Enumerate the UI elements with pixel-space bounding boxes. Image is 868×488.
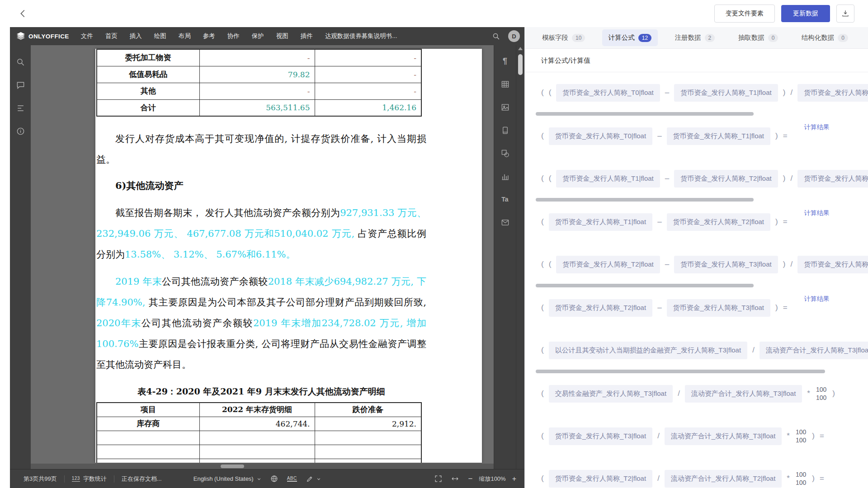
field-chip[interactable]: 货币资金_发行人简称_T2|float <box>674 170 778 188</box>
vertical-scrollbar-thumb[interactable] <box>518 54 523 75</box>
calc-result-link[interactable]: 计算结果 <box>804 123 830 131</box>
tab-label: 结构化数据 <box>802 33 835 42</box>
paragraph-settings-icon[interactable]: ¶ <box>500 56 510 66</box>
group-divider <box>536 198 754 202</box>
textart-settings-icon[interactable]: Ta <box>500 194 510 204</box>
formula-list: ((货币资金_发行人简称_T0|float–货币资金_发行人简称_T1|floa… <box>525 72 868 488</box>
back-button[interactable] <box>15 6 31 21</box>
table-cell: 2022 年末存货明细 <box>199 403 315 417</box>
operator: – <box>665 174 669 183</box>
find-icon[interactable] <box>15 57 25 67</box>
tab-计算公式[interactable]: 计算公式12 <box>602 29 658 46</box>
spellcheck-button[interactable]: ABC <box>287 476 297 482</box>
calc-result-link[interactable]: 计算结果 <box>804 209 830 217</box>
comments-icon[interactable] <box>15 80 25 90</box>
document-page[interactable]: 委托加工物资--低值易耗品79.82-其他--合计563,511.651,462… <box>95 49 482 463</box>
language-selector[interactable]: English (United States) <box>193 475 261 482</box>
detail-table: 项目2022 年末存货明细跌价准备库存商462,744.2,912. <box>96 402 422 463</box>
zoom-level[interactable]: 缩放100% <box>479 475 505 483</box>
set-language-button[interactable] <box>270 475 278 483</box>
zoom-out-button[interactable]: − <box>468 474 472 483</box>
page-number-indicator[interactable]: 第3页共99页 <box>24 475 57 483</box>
vertical-scrollbar[interactable] <box>516 45 524 469</box>
field-chip[interactable]: 货币资金_发行人简称_T2|float <box>556 256 660 273</box>
formula-row: (货币资金_发行人简称_T2|float/流动资产合计_发行人简称_T2|flo… <box>541 469 868 488</box>
menu-item[interactable]: 文件 <box>81 32 93 40</box>
field-chip[interactable]: 货币资金_发行人简称_T3|float <box>549 427 652 445</box>
field-chip[interactable]: 流动资产合计_发行人简称_T3|float <box>685 385 802 403</box>
chart-settings-icon[interactable] <box>500 171 510 181</box>
headerfooter-settings-icon[interactable] <box>500 125 510 135</box>
navigation-icon[interactable] <box>15 103 25 113</box>
field-chip[interactable]: 流动资产合计_发行人简称_T2|float <box>665 470 782 488</box>
tab-注册数据[interactable]: 注册数据2 <box>669 29 722 46</box>
field-chip[interactable]: 货币资金_发行人简称_T1|float <box>667 127 770 145</box>
change-file-elements-button[interactable]: 变更文件要素 <box>714 5 775 23</box>
menu-item[interactable]: 布局 <box>179 32 191 40</box>
tab-结构化数据[interactable]: 结构化数据0 <box>795 29 854 46</box>
zoom-in-button[interactable]: + <box>512 475 516 483</box>
right-toolbar: ¶ Ta <box>494 45 516 469</box>
scroll-up-arrow-icon[interactable] <box>518 47 523 50</box>
document-canvas[interactable]: 委托加工物资--低值易耗品79.82-其他--合计563,511.651,462… <box>31 45 494 469</box>
operator: ) <box>783 260 786 269</box>
field-chip[interactable]: 流动资产合计_发行人简称_T3|float <box>760 342 868 359</box>
field-chip[interactable]: 货币资金_发行人简称_T3|float <box>674 256 778 273</box>
field-chip[interactable]: 货币资金_发行人简称_T3|float <box>797 256 868 273</box>
update-data-button[interactable]: 更新数据 <box>781 5 830 22</box>
field-chip[interactable]: 以公计且其变动计入当期损益的金融资产_发行人简称_T3|float <box>549 342 747 359</box>
formula-row: (交易性金融资产_发行人简称_T3|float/流动资产合计_发行人简称_T3|… <box>541 385 868 403</box>
avatar[interactable]: D <box>508 30 520 42</box>
field-chip[interactable]: 货币资金_发行人简称_T0|float <box>549 127 652 145</box>
field-chip[interactable]: 货币资金_发行人简称_T2|float <box>549 299 652 317</box>
menu-item[interactable]: 首页 <box>105 32 118 40</box>
word-count-button[interactable]: 123 字数统计 <box>72 475 107 483</box>
table-cell <box>315 459 421 463</box>
field-chip[interactable]: 货币资金_发行人简称_T1|float <box>556 170 660 188</box>
image-settings-icon[interactable] <box>500 102 510 112</box>
menu-item[interactable]: 参考 <box>203 32 215 40</box>
field-chip[interactable]: 货币资金_发行人简称_T1|float <box>549 213 652 231</box>
table-caption: 表4-29：2020 年及2021 年9 月末末发行人其他流动资产明细 <box>96 386 426 398</box>
text-run: 截至报告期各期末， 发行人其他流动资产余额分别为 <box>115 207 340 218</box>
operator: ( <box>541 389 544 398</box>
field-chip[interactable]: 交易性金融资产_发行人简称_T3|float <box>549 385 673 403</box>
operator: * <box>807 389 810 398</box>
horizontal-scrollbar[interactable] <box>31 464 494 469</box>
menu-item[interactable]: 保护 <box>252 32 264 40</box>
field-chip[interactable]: 货币资金_发行人简称_T2|float <box>549 470 652 488</box>
field-chip[interactable]: 货币资金_发行人简称_T2|float <box>797 170 868 188</box>
table-cell <box>199 445 315 459</box>
table-cell: 其他 <box>97 83 199 99</box>
track-changes-button[interactable] <box>306 475 321 483</box>
shape-settings-icon[interactable] <box>500 148 510 158</box>
fit-width-button[interactable] <box>451 475 459 483</box>
field-chip[interactable]: 货币资金_发行人简称_T0|float <box>556 84 660 102</box>
menu-item[interactable]: 插件 <box>301 32 313 40</box>
menu-items: 文件首页插入绘图布局参考协作保护视图插件达观数据债券募集说明书... <box>81 32 397 40</box>
about-icon[interactable] <box>15 126 25 136</box>
field-chip[interactable]: 货币资金_发行人简称_T1|float <box>797 84 868 102</box>
field-chip[interactable]: 流动资产合计_发行人简称_T3|float <box>665 427 782 445</box>
menu-item[interactable]: 插入 <box>130 32 142 40</box>
menu-item[interactable]: 绘图 <box>154 32 166 40</box>
fit-page-button[interactable] <box>434 475 442 483</box>
menu-item[interactable]: 达观数据债券募集说明书... <box>325 32 397 40</box>
field-chip[interactable]: 货币资金_发行人简称_T1|float <box>674 84 778 102</box>
download-button[interactable] <box>836 5 854 23</box>
table-settings-icon[interactable] <box>500 79 510 89</box>
mailmerge-settings-icon[interactable] <box>500 217 510 227</box>
horizontal-scrollbar-thumb[interactable] <box>221 465 244 468</box>
paragraph-changes: 2019 年末公司其他流动资产余额较2018 年末减少694,982.27 万元… <box>96 271 426 375</box>
operator: ) <box>775 303 778 312</box>
table-cell: 委托加工物资 <box>97 49 199 66</box>
menu-item[interactable]: 视图 <box>276 32 288 40</box>
tab-模板字段[interactable]: 模板字段10 <box>536 29 591 46</box>
field-chip[interactable]: 货币资金_发行人简称_T2|float <box>667 213 770 231</box>
tab-抽取数据[interactable]: 抽取数据0 <box>732 29 785 46</box>
calc-result-link[interactable]: 计算结果 <box>804 295 830 303</box>
table-row: 库存商462,744.2,912. <box>97 417 421 431</box>
menu-item[interactable]: 协作 <box>227 32 240 40</box>
search-icon[interactable] <box>491 31 501 41</box>
field-chip[interactable]: 货币资金_发行人简称_T3|float <box>667 299 770 317</box>
